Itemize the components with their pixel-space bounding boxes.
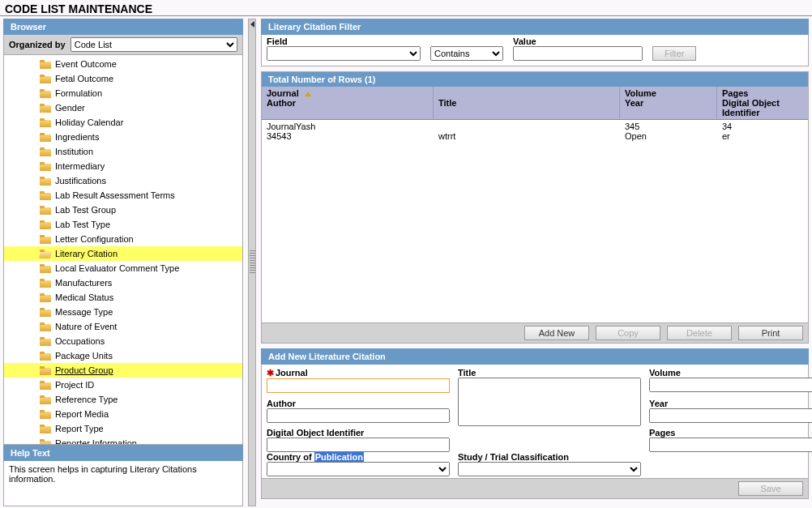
study-select[interactable] — [458, 462, 641, 476]
tree-item[interactable]: Institution — [4, 144, 242, 159]
col-journal[interactable]: Journal — [267, 88, 299, 98]
add-new-button[interactable]: Add New — [524, 326, 589, 340]
doi-input[interactable] — [267, 438, 450, 452]
folder-icon — [40, 250, 51, 258]
folder-icon — [40, 191, 51, 200]
folder-icon — [40, 425, 51, 433]
tree-item[interactable]: Nature of Event — [4, 319, 242, 334]
year-input[interactable] — [649, 408, 812, 423]
col-volume[interactable]: Volume — [625, 88, 656, 98]
folder-icon — [40, 337, 51, 346]
country-select[interactable] — [267, 462, 450, 476]
journal-input[interactable] — [267, 378, 450, 393]
grid-body[interactable]: JournalYash34543wtrrt345Open34er — [262, 120, 808, 322]
filter-button[interactable]: Filter — [652, 46, 696, 61]
title-label: Title — [458, 368, 641, 378]
tree-item[interactable]: Lab Test Group — [4, 203, 242, 217]
folder-icon — [40, 322, 51, 331]
col-pages[interactable]: Pages — [722, 88, 748, 98]
tree-item[interactable]: Report Media — [4, 407, 242, 421]
folder-icon — [40, 147, 51, 156]
country-label: Country of Publication — [267, 452, 450, 462]
tree-item[interactable]: Fetal Outcome — [4, 71, 242, 86]
tree-item[interactable]: Literary Citation — [4, 246, 242, 261]
folder-icon — [40, 439, 51, 446]
copy-button[interactable]: Copy — [596, 326, 660, 340]
tree-item[interactable]: Manufacturers — [4, 275, 242, 290]
print-button[interactable]: Print — [738, 326, 803, 340]
volume-input[interactable] — [649, 378, 812, 392]
tree-item[interactable]: Project ID — [4, 378, 242, 392]
help-text-body: This screen helps in capturing Literary … — [3, 461, 243, 506]
tree-item[interactable]: Lab Result Assessment Terms — [4, 188, 242, 203]
study-label: Study / Trial Classification — [458, 452, 641, 462]
col-title[interactable]: Title — [438, 98, 456, 108]
collapse-sidebar-handle[interactable] — [248, 19, 256, 506]
tree-item[interactable]: Occupations — [4, 334, 242, 348]
tree-item[interactable]: Justifications — [4, 173, 242, 188]
filter-field-select[interactable] — [267, 46, 421, 61]
tree-item-label: Ingredients — [55, 132, 99, 142]
save-button[interactable]: Save — [738, 481, 803, 496]
tree-item[interactable]: Reporter Information — [4, 436, 242, 445]
tree-item[interactable]: Report Type — [4, 421, 242, 436]
table-row[interactable]: JournalYash34543wtrrt345Open34er — [262, 120, 808, 143]
pages-input[interactable] — [649, 438, 812, 452]
folder-icon — [40, 104, 51, 113]
title-input[interactable] — [458, 378, 641, 426]
tree-item-label: Lab Test Group — [55, 205, 116, 215]
filter-value-input[interactable] — [513, 46, 643, 61]
tree-item[interactable]: Letter Configuration — [4, 232, 242, 246]
tree-item[interactable]: Gender — [4, 100, 242, 115]
tree-item[interactable]: Product Group — [4, 363, 242, 378]
col-doi[interactable]: Digital Object Identifier — [722, 98, 780, 117]
folder-icon — [40, 235, 51, 244]
doi-label: Digital Object Identifier — [267, 428, 450, 438]
filter-field-label: Field — [267, 36, 421, 46]
tree-item[interactable]: Reference Type — [4, 392, 242, 407]
col-year[interactable]: Year — [625, 98, 643, 108]
tree-item[interactable]: Package Units — [4, 348, 242, 363]
folder-icon — [40, 118, 51, 127]
folder-icon — [40, 75, 51, 83]
tree-item[interactable]: Intermediary — [4, 159, 242, 173]
tree-item[interactable]: Message Type — [4, 305, 242, 319]
tree-item-label: Gender — [55, 103, 85, 113]
tree-item[interactable]: Holiday Calendar — [4, 115, 242, 130]
organized-by-select[interactable]: Code List — [71, 37, 237, 52]
tree-item-label: Occupations — [55, 336, 105, 346]
col-author[interactable]: Author — [267, 98, 296, 108]
tree-item-label: Event Outcome — [55, 59, 117, 69]
year-label: Year — [649, 399, 812, 408]
filter-panel-header: Literary Citation Filter — [261, 19, 809, 35]
browser-tree[interactable]: Event OutcomeFetal OutcomeFormulationGen… — [3, 55, 243, 445]
tree-item[interactable]: Ingredients — [4, 130, 242, 144]
tree-item-label: Manufacturers — [55, 278, 112, 288]
filter-operator-select[interactable]: Contains — [430, 46, 503, 61]
tree-item-label: Holiday Calendar — [55, 117, 123, 127]
folder-icon — [40, 308, 51, 317]
tree-item-label: Lab Test Type — [55, 220, 110, 229]
delete-button[interactable]: Delete — [667, 326, 732, 340]
tree-item-label: Institution — [55, 147, 93, 156]
page-title: CODE LIST MAINTENANCE — [0, 0, 812, 16]
folder-icon — [40, 279, 51, 288]
tree-item-label: Product Group — [55, 365, 113, 375]
author-input[interactable] — [267, 408, 450, 423]
folder-icon — [40, 381, 51, 390]
tree-item[interactable]: Event Outcome — [4, 57, 242, 71]
folder-icon — [40, 410, 51, 419]
tree-item[interactable]: Local Evaluator Comment Type — [4, 261, 242, 275]
tree-item[interactable]: Lab Test Type — [4, 217, 242, 232]
folder-icon — [40, 206, 51, 215]
author-label: Author — [267, 399, 450, 408]
tree-item-label: Report Type — [55, 424, 104, 433]
tree-item-label: Report Media — [55, 409, 109, 419]
tree-item-label: Local Evaluator Comment Type — [55, 263, 179, 273]
folder-icon — [40, 133, 51, 142]
tree-item[interactable]: Medical Status — [4, 290, 242, 305]
form-panel-header: Add New Literature Citation — [261, 348, 809, 365]
folder-icon — [40, 264, 51, 273]
tree-item[interactable]: Formulation — [4, 86, 242, 100]
tree-item-label: Nature of Event — [55, 322, 117, 331]
